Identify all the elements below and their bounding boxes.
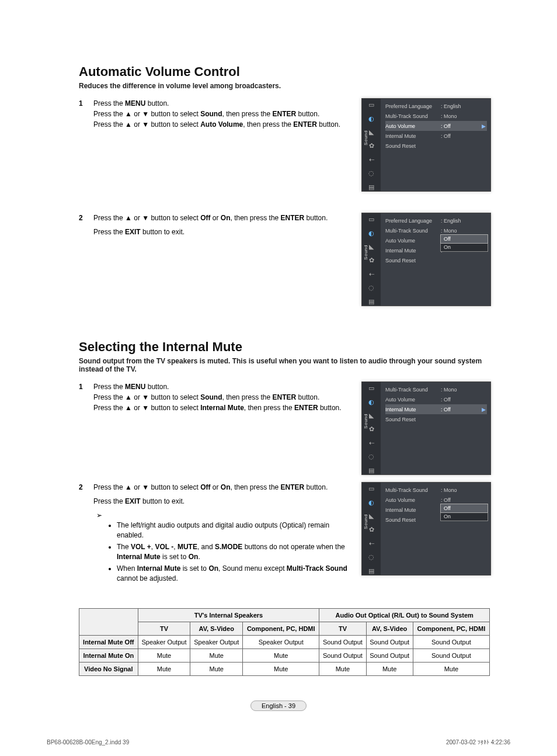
im-step-2: 2 Press the ▲ or ▼ button to select Off … [79, 482, 350, 493]
step-number: 2 [79, 213, 93, 223]
picture-icon: ▭ [367, 485, 376, 493]
osd-screenshot-4: Sound ▭ ◐ ◣ ✿ ⇠ ◌ ▤ Multi-Track Sound: M… [361, 482, 491, 575]
timer-icon: ◌ [367, 553, 376, 561]
osd-sidebar: Sound ▭ ◐ ◣ ✿ ⇠ ◌ ▤ [362, 99, 381, 191]
osd-sidebar: Sound ▭ ◐ ◣ ✿ ⇠ ◌ ▤ [362, 483, 381, 575]
right-arrow-icon: ▶ [480, 407, 487, 412]
note-bullet-3: When Internal Mute is set to On, Sound m… [117, 564, 350, 584]
sound-icon: ◐ [367, 498, 376, 506]
table-header-audio-out: Audio Out Optical (R/L Out) to Sound Sys… [319, 609, 490, 622]
pc-icon: ▤ [367, 298, 376, 306]
timer-icon: ◌ [367, 453, 376, 460]
osd-popup-on: On [441, 512, 488, 521]
section-title-auto-volume: Automatic Volume Control [79, 64, 490, 79]
osd-selected-row: Internal Mute: Off▶ [385, 404, 487, 414]
pc-icon: ▤ [367, 467, 376, 474]
osd-sidebar-label: Sound [363, 130, 368, 145]
osd-popup-off: Off [440, 504, 488, 513]
step-number: 2 [79, 482, 93, 493]
internal-mute-table: TV's Internal Speakers Audio Out Optical… [79, 608, 490, 676]
im-step-1: 1 Press the MENU button. Press the ▲ or … [79, 382, 350, 413]
right-arrow-icon: ▶ [480, 123, 487, 129]
step-body: Press the ▲ or ▼ button to select Off or… [93, 482, 350, 493]
sound-icon: ◐ [367, 229, 376, 237]
osd-screenshot-2: Sound ▭ ◐ ◣ ✿ ⇠ ◌ ▤ Preferred Language: … [361, 213, 491, 306]
sound-icon: ◐ [367, 115, 376, 122]
step-body: Press the MENU button. Press the ▲ or ▼ … [93, 382, 350, 413]
picture-icon: ▭ [367, 101, 376, 109]
sound-icon: ◐ [367, 398, 376, 405]
table-row: Internal Mute On MuteMuteMute Sound Outp… [79, 649, 490, 663]
input-icon: ⇠ [367, 540, 376, 547]
section-desc-internal-mute: Sound output from the TV speakers is mut… [79, 357, 490, 373]
osd-sidebar: Sound ▭ ◐ ◣ ✿ ⇠ ◌ ▤ [362, 213, 381, 306]
step-number: 1 [79, 382, 93, 413]
av-step-2: 2 Press the ▲ or ▼ button to select Off … [79, 213, 350, 223]
section-title-internal-mute: Selecting the Internal Mute [79, 339, 490, 355]
input-icon: ⇠ [367, 156, 376, 164]
av-step-2-exit: Press the EXIT button to exit. [79, 227, 350, 237]
osd-sidebar-label: Sound [363, 414, 368, 429]
print-footer: BP68-00628B-00Eng_2.indd 39 2007-03-02 ｿ… [47, 739, 510, 745]
osd-sidebar: Sound ▭ ◐ ◣ ✿ ⇠ ◌ ▤ [362, 382, 381, 474]
print-footer-right: 2007-03-02 ｿﾀﾈﾄ 4:22:36 [446, 739, 510, 745]
step-body: Press the ▲ or ▼ button to select Off or… [93, 213, 350, 223]
osd-popup-options: Off On [440, 504, 488, 521]
osd-selected-row: Auto Volume: Off▶ [385, 121, 487, 131]
av-step-1: 1 Press the MENU button. Press the ▲ or … [79, 98, 350, 130]
im-step-2-exit: Press the EXIT button to exit. [79, 496, 350, 507]
osd-sidebar-label: Sound [363, 514, 368, 529]
table-row: Internal Mute Off Speaker OutputSpeaker … [79, 636, 490, 649]
osd-popup-on: On [441, 243, 488, 251]
step-number: 1 [79, 98, 93, 130]
table-header-internal-speakers: TV's Internal Speakers [138, 609, 319, 622]
input-icon: ⇠ [367, 439, 376, 447]
pc-icon: ▤ [367, 183, 376, 191]
osd-screenshot-1: Sound ▭ ◐ ◣ ✿ ⇠ ◌ ▤ Preferred Language: … [361, 98, 491, 192]
note-bullet-1: The left/right audio outputs and digital… [117, 521, 350, 541]
step-body: Press the MENU button. Press the ▲ or ▼ … [93, 98, 350, 130]
picture-icon: ▭ [367, 216, 376, 223]
print-footer-left: BP68-00628B-00Eng_2.indd 39 [47, 739, 129, 745]
pc-icon: ▤ [367, 567, 376, 575]
im-note-block: ➢ The left/right audio outputs and digit… [79, 510, 350, 584]
osd-sidebar-label: Sound [363, 245, 368, 260]
timer-icon: ◌ [367, 169, 376, 177]
osd-screenshot-3: Sound ▭ ◐ ◣ ✿ ⇠ ◌ ▤ Multi-Track Sound: M… [361, 382, 491, 475]
osd-popup-options: Off On [440, 234, 488, 252]
osd-popup-off: Off [440, 234, 488, 244]
input-icon: ⇠ [367, 271, 376, 278]
picture-icon: ▭ [367, 384, 376, 392]
table-row: Video No Signal MuteMuteMute MuteMuteMut… [79, 663, 490, 676]
page-number-footer: English - 39 [0, 702, 557, 709]
section-desc-auto-volume: Reduces the difference in volume level a… [79, 82, 490, 90]
timer-icon: ◌ [367, 284, 376, 292]
note-arrow-icon: ➢ [96, 510, 107, 521]
note-bullet-2: The VOL +, VOL -, MUTE, and S.MODE butto… [117, 542, 350, 563]
